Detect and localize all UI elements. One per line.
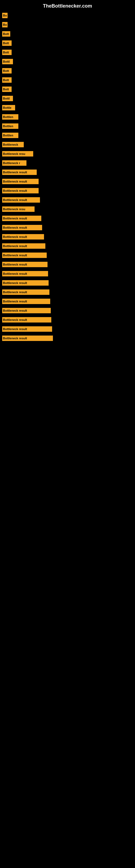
bar-label: Bottleneck result xyxy=(2,252,47,258)
bar-row: Bottleneck r xyxy=(2,159,133,167)
bar-row: Bott xyxy=(2,76,133,84)
bar-row: Bottleneck result xyxy=(2,168,133,176)
bar-label: Bottle xyxy=(2,105,15,111)
bar-label: Bottl xyxy=(2,59,13,64)
bar-label: Bottleneck result xyxy=(2,169,37,175)
bar-row: Bottleneck result xyxy=(2,288,133,296)
bar-row: Bottleneck result xyxy=(2,224,133,231)
bar-label: Bottleneck result xyxy=(2,326,52,332)
bar-label: Bottleneck result xyxy=(2,243,45,249)
bar-row: Bottleneck result xyxy=(2,215,133,222)
bar-label: Bottleneck result xyxy=(2,234,44,240)
bar-row: Bottleneck result xyxy=(2,335,133,342)
bar-row: Bottlen xyxy=(2,131,133,139)
bar-row: Bottleneck result xyxy=(2,279,133,287)
bar-row: Bottleneck result xyxy=(2,251,133,259)
bar-label: Bottleneck result xyxy=(2,225,42,230)
bar-label: Bottleneck result xyxy=(2,271,48,276)
bar-label: Bottlen xyxy=(2,133,18,138)
bar-label: Bott xyxy=(2,31,10,37)
bar-label: Bottlen xyxy=(2,123,18,129)
bar-row: Bottleneck result xyxy=(2,187,133,194)
bar-row: Bottleneck result xyxy=(2,316,133,323)
bar-label: Bott xyxy=(2,87,12,92)
bar-row: Bo xyxy=(2,12,133,19)
bar-label: Bottleneck result xyxy=(2,289,49,295)
bar-row: Bott xyxy=(2,39,133,47)
bar-row: Bottleneck result xyxy=(2,242,133,250)
bar-row: Bott xyxy=(2,49,133,56)
bar-label: Bottleneck result xyxy=(2,188,39,193)
bar-row: Bottl xyxy=(2,58,133,65)
bar-row: Bottleneck xyxy=(2,141,133,148)
bar-label: Bottl xyxy=(2,96,13,101)
bar-row: Bottl xyxy=(2,95,133,102)
bar-row: Bottleneck result xyxy=(2,196,133,204)
bar-label: Bottleneck result xyxy=(2,317,51,322)
bar-label: Bottleneck resu xyxy=(2,207,35,212)
bar-label: Bottleneck result xyxy=(2,179,39,184)
bar-label: Bott xyxy=(2,40,12,46)
bar-row: Bottleneck result xyxy=(2,261,133,268)
bar-label: Bottleneck result xyxy=(2,336,53,341)
bar-row: Bo xyxy=(2,21,133,29)
bar-row: Bottleneck result xyxy=(2,270,133,278)
bar-label: Bott xyxy=(2,77,12,83)
bar-row: Bottlen xyxy=(2,122,133,130)
bar-label: Bottleneck result xyxy=(2,262,48,267)
bar-label: Bottleneck result xyxy=(2,299,50,304)
bar-label: Bott xyxy=(2,68,12,73)
bar-label: Bottleneck r xyxy=(2,160,27,166)
bar-row: Bottleneck resu xyxy=(2,205,133,213)
bar-row: Bott xyxy=(2,86,133,93)
bar-row: Bott xyxy=(2,67,133,74)
bar-row: Bottlen xyxy=(2,113,133,121)
bar-row: Bottleneck resu xyxy=(2,150,133,158)
bar-label: Bottleneck result xyxy=(2,197,40,203)
bar-label: Bottleneck xyxy=(2,142,24,147)
bar-label: Bo xyxy=(2,22,8,27)
bar-row: Bottle xyxy=(2,104,133,112)
site-title: TheBottlenecker.com xyxy=(2,1,133,10)
bar-row: Bottleneck result xyxy=(2,233,133,241)
bar-row: Bott xyxy=(2,30,133,38)
bar-label: Bottleneck result xyxy=(2,280,49,286)
bar-label: Bottlen xyxy=(2,114,18,120)
bar-row: Bottleneck result xyxy=(2,307,133,314)
bar-row: Bottleneck result xyxy=(2,178,133,185)
bar-label: Bottleneck resu xyxy=(2,151,33,156)
bar-row: Bottleneck result xyxy=(2,298,133,305)
bar-row: Bottleneck result xyxy=(2,325,133,333)
bar-label: Bottleneck result xyxy=(2,216,41,221)
bar-label: Bo xyxy=(2,13,8,18)
bar-label: Bott xyxy=(2,50,12,55)
bar-label: Bottleneck result xyxy=(2,308,51,313)
